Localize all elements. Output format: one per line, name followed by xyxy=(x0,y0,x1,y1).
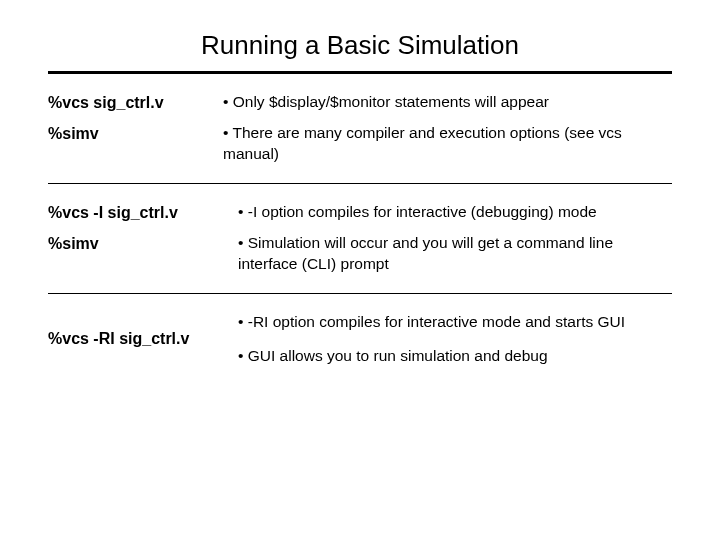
desc-col-vcs-gui: • -RI option compiles for interactive mo… xyxy=(238,312,672,368)
row-simv-interactive: %simv • Simulation will occur and you wi… xyxy=(48,233,672,275)
cmd-vcs-gui: %vcs -RI sig_ctrl.v xyxy=(48,330,238,348)
slide-title: Running a Basic Simulation xyxy=(48,30,672,61)
section-divider-2 xyxy=(48,293,672,294)
desc-vcs-interactive: • -I option compiles for interactive (de… xyxy=(238,202,672,223)
desc-vcs-gui-1: • -RI option compiles for interactive mo… xyxy=(238,312,672,333)
cmd-simv-basic: %simv xyxy=(48,123,223,143)
desc-simv-basic: • There are many compiler and execution … xyxy=(223,123,672,165)
cmd-simv-interactive: %simv xyxy=(48,233,238,253)
section-divider-1 xyxy=(48,183,672,184)
row-vcs-interactive: %vcs -I sig_ctrl.v • -I option compiles … xyxy=(48,202,672,223)
row-simv-basic: %simv • There are many compiler and exec… xyxy=(48,123,672,165)
title-divider xyxy=(48,71,672,74)
cmd-vcs-interactive: %vcs -I sig_ctrl.v xyxy=(48,202,238,222)
desc-simv-interactive: • Simulation will occur and you will get… xyxy=(238,233,672,275)
desc-vcs-basic: • Only $display/$monitor statements will… xyxy=(223,92,672,113)
row-vcs-gui: %vcs -RI sig_ctrl.v • -RI option compile… xyxy=(48,312,672,368)
row-vcs-basic: %vcs sig_ctrl.v • Only $display/$monitor… xyxy=(48,92,672,113)
cmd-vcs-basic: %vcs sig_ctrl.v xyxy=(48,92,223,112)
desc-vcs-gui-2: • GUI allows you to run simulation and d… xyxy=(238,346,672,367)
slide: Running a Basic Simulation %vcs sig_ctrl… xyxy=(0,0,720,540)
